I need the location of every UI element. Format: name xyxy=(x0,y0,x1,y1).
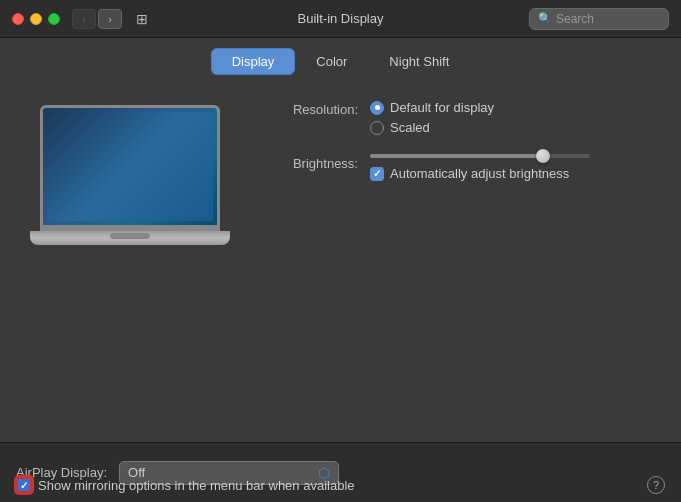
auto-brightness-label: Automatically adjust brightness xyxy=(390,166,569,181)
search-input[interactable] xyxy=(556,12,660,26)
display-preview xyxy=(30,105,230,245)
mirror-row: Show mirroring options in the menu bar w… xyxy=(16,476,665,494)
search-icon: 🔍 xyxy=(538,12,552,25)
auto-brightness-check[interactable] xyxy=(370,167,384,181)
search-bar[interactable]: 🔍 xyxy=(529,8,669,30)
back-button[interactable]: ‹ xyxy=(72,9,96,29)
tab-color[interactable]: Color xyxy=(295,48,368,75)
brightness-slider-track[interactable] xyxy=(370,154,590,158)
window-title: Built-in Display xyxy=(298,11,384,26)
close-button[interactable] xyxy=(12,13,24,25)
brightness-slider-thumb[interactable] xyxy=(536,149,550,163)
title-bar: ‹ › ⊞ Built-in Display 🔍 xyxy=(0,0,681,38)
brightness-slider-row xyxy=(370,154,651,158)
maximize-button[interactable] xyxy=(48,13,60,25)
radio-default-circle[interactable] xyxy=(370,101,384,115)
tab-display[interactable]: Display xyxy=(211,48,296,75)
radio-scaled[interactable]: Scaled xyxy=(370,120,651,135)
radio-default[interactable]: Default for display xyxy=(370,100,651,115)
laptop-screen xyxy=(40,105,220,225)
tab-night-shift[interactable]: Night Shift xyxy=(368,48,470,75)
auto-brightness-checkbox[interactable]: Automatically adjust brightness xyxy=(370,166,651,181)
brightness-row: Brightness: Automatically adjust brightn… xyxy=(260,154,651,181)
settings-panel: Resolution: Default for display Scaled B… xyxy=(260,95,651,195)
main-content: Resolution: Default for display Scaled B… xyxy=(0,75,681,265)
nav-arrows: ‹ › xyxy=(72,9,122,29)
tab-bar: Display Color Night Shift xyxy=(0,38,681,75)
brightness-label: Brightness: xyxy=(260,154,370,171)
resolution-options: Default for display Scaled xyxy=(370,100,651,140)
help-icon[interactable]: ? xyxy=(647,476,665,494)
forward-button[interactable]: › xyxy=(98,9,122,29)
mirror-label: Show mirroring options in the menu bar w… xyxy=(38,478,355,493)
radio-default-label: Default for display xyxy=(390,100,494,115)
resolution-row: Resolution: Default for display Scaled xyxy=(260,100,651,140)
traffic-lights xyxy=(12,13,60,25)
radio-scaled-label: Scaled xyxy=(390,120,430,135)
laptop-base xyxy=(30,231,230,245)
radio-scaled-circle[interactable] xyxy=(370,121,384,135)
minimize-button[interactable] xyxy=(30,13,42,25)
brightness-controls: Automatically adjust brightness xyxy=(370,154,651,181)
grid-icon[interactable]: ⊞ xyxy=(130,9,154,29)
mirror-checkbox[interactable] xyxy=(16,477,32,493)
resolution-label: Resolution: xyxy=(260,100,370,117)
